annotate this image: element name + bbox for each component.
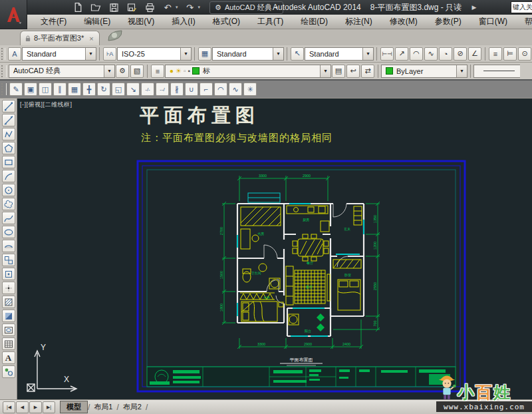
menu-file[interactable]: 文件(F) (32, 15, 75, 29)
trim-icon[interactable]: -/- (141, 83, 154, 96)
layer-combo[interactable]: ● ☀ ▫ ▪ 标 ▾ (165, 65, 331, 78)
chevron-down-icon[interactable]: ▾ (180, 48, 191, 60)
dim-diameter-icon[interactable]: ⊘ (454, 47, 467, 61)
dim-baseline-icon[interactable]: ⊨ (503, 47, 517, 61)
redo-icon[interactable]: ↷ (184, 1, 196, 13)
layer-properties-icon[interactable]: ≡ (151, 65, 164, 78)
search-input[interactable] (511, 1, 532, 13)
dim-radius-icon[interactable]: ◔ (439, 47, 452, 61)
menu-edit[interactable]: 编辑(E) (75, 15, 119, 29)
new-tab-button[interactable] (106, 29, 124, 45)
menu-parametric[interactable]: 参数(P) (426, 15, 470, 29)
next-tab-button[interactable]: ▶ (29, 401, 42, 413)
drawing-canvas[interactable]: [-][俯视][二维线框] 平面布置图 注：平面布置图必须与改墙图的格局相同 (17, 99, 532, 399)
toolbar-grip[interactable] (1, 65, 7, 77)
prev-tab-button[interactable]: ◀ (16, 401, 29, 413)
arc-icon[interactable] (2, 170, 15, 182)
dim-angular-icon[interactable]: ∠ (468, 47, 481, 61)
dim-quick-icon[interactable]: ≡ (489, 47, 502, 61)
plot-icon[interactable] (144, 1, 156, 13)
array-icon[interactable]: ▦ (68, 83, 81, 96)
insert-block-icon[interactable] (2, 254, 15, 266)
line-icon[interactable] (2, 100, 15, 112)
dim-style-icon[interactable]: ⊦A (103, 47, 116, 61)
construction-line-icon[interactable] (2, 114, 15, 126)
redo-dropdown-icon[interactable]: ▾ (198, 5, 201, 10)
chevron-down-icon[interactable]: ▾ (320, 65, 331, 77)
chevron-down-icon[interactable]: ▾ (104, 65, 114, 77)
viewport-controls-label[interactable]: [-][俯视][二维线框] (20, 101, 72, 109)
layer-translate-icon[interactable]: ⇄ (361, 65, 374, 78)
chevron-down-icon[interactable]: ▾ (85, 48, 96, 60)
erase-icon[interactable]: ✎ (9, 83, 23, 96)
polygon-icon[interactable] (2, 142, 15, 154)
scale-icon[interactable]: ◱ (112, 83, 125, 96)
region-icon[interactable] (2, 323, 15, 336)
layer-on-icon[interactable]: ● (170, 67, 174, 75)
table-style-combo[interactable]: Standard ▾ (212, 47, 284, 61)
multileader-style-combo[interactable]: Standard ▾ (305, 47, 374, 61)
menu-insert[interactable]: 插入(I) (163, 15, 203, 29)
undo-icon[interactable]: ↶ (162, 1, 174, 13)
ellipse-icon[interactable] (2, 226, 15, 238)
chevron-down-icon[interactable]: ▾ (362, 48, 373, 60)
menu-modify[interactable]: 修改(M) (381, 15, 426, 29)
revision-cloud-icon[interactable] (2, 198, 15, 210)
undo-dropdown-icon[interactable]: ▾ (176, 5, 178, 10)
layer-thaw-icon[interactable]: ☀ (176, 67, 182, 75)
last-tab-button[interactable]: ▶| (43, 401, 55, 413)
offset-icon[interactable]: ∥ (53, 83, 66, 96)
close-tab-icon[interactable]: × (89, 35, 93, 43)
menu-window[interactable]: 窗口(W) (470, 15, 516, 29)
table-icon[interactable] (2, 337, 15, 350)
save-as-icon[interactable] (126, 1, 138, 13)
extend-icon[interactable]: --/ (156, 83, 169, 96)
multiline-text-icon[interactable]: A (2, 351, 15, 364)
gradient-icon[interactable] (2, 310, 15, 322)
rectangle-icon[interactable] (2, 156, 15, 168)
stretch-icon[interactable]: ↘ (126, 83, 140, 96)
menu-dimension[interactable]: 标注(N) (336, 15, 381, 29)
chevron-down-icon[interactable]: ▾ (273, 48, 283, 60)
save-icon[interactable] (108, 1, 120, 13)
copy-icon[interactable]: ▣ (24, 83, 37, 96)
dim-jogged-icon[interactable]: ∿ (424, 47, 438, 61)
menu-help[interactable]: 帮助(H) (516, 15, 532, 29)
hatch-icon[interactable] (2, 296, 15, 308)
tab-model[interactable]: 模型 (60, 401, 88, 413)
toolbar-grip[interactable] (1, 83, 7, 95)
workspace-combo[interactable]: AutoCAD 经典 ▾ (9, 65, 115, 78)
menu-view[interactable]: 视图(V) (119, 15, 163, 29)
tab-layout1[interactable]: 布局1 (90, 401, 116, 413)
toolbar-grip[interactable] (1, 48, 5, 60)
fillet-icon[interactable]: ◠ (214, 83, 227, 96)
dim-linear-icon[interactable]: ⊢⊣ (380, 47, 394, 61)
document-tab[interactable]: 8-平面布置图3* × (20, 31, 100, 45)
menu-format[interactable]: 格式(O) (204, 15, 249, 29)
dim-arc-length-icon[interactable]: ◠ (410, 47, 423, 61)
point-cloud-icon[interactable] (2, 365, 15, 378)
text-style-icon[interactable]: A (8, 47, 21, 61)
multileader-style-icon[interactable]: ↖ (291, 47, 304, 61)
chamfer-icon[interactable]: ⌐ (200, 83, 213, 96)
workspace-settings-icon[interactable]: ⚙ (116, 65, 129, 78)
move-icon[interactable]: ╋ (82, 83, 96, 96)
layer-previous-icon[interactable]: ↩ (346, 65, 360, 78)
create-block-icon[interactable] (2, 268, 15, 280)
text-style-combo[interactable]: Standard ▾ (22, 47, 96, 61)
tab-layout2[interactable]: 布局2 (119, 401, 146, 413)
my-workspace-icon[interactable]: ▧ (130, 65, 144, 78)
ellipse-arc-icon[interactable] (2, 240, 15, 252)
layer-states-icon[interactable]: ▤ (332, 65, 345, 78)
rotate-icon[interactable]: ↻ (97, 83, 110, 96)
open-file-icon[interactable] (90, 1, 102, 13)
polyline-icon[interactable] (2, 128, 15, 140)
mirror-icon[interactable]: ◫ (39, 83, 52, 96)
color-combo[interactable]: ByLayer ▾ (381, 65, 467, 78)
blend-curves-icon[interactable]: ∿ (229, 83, 242, 96)
menu-draw[interactable]: 绘图(D) (292, 15, 336, 29)
join-icon[interactable]: ∪ (185, 83, 198, 96)
circle-icon[interactable] (2, 184, 15, 196)
dim-aligned-icon[interactable]: ↗ (395, 47, 408, 61)
break-icon[interactable]: ∦ (170, 83, 184, 96)
